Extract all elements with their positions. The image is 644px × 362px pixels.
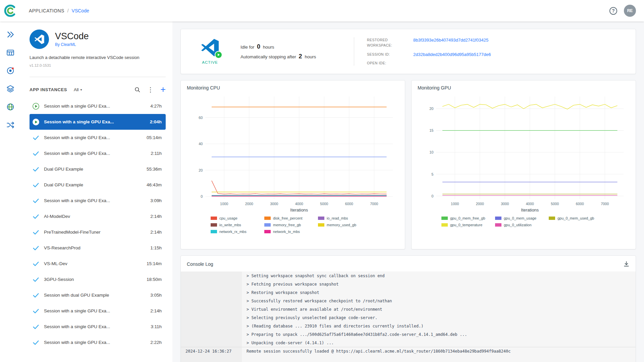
- instance-row[interactable]: Dual GPU Example 55:36m: [30, 161, 166, 177]
- instance-duration: 4:27h: [150, 104, 162, 109]
- console-row: > Successfully restored workspace checkp…: [181, 297, 636, 305]
- svg-text:5000: 5000: [551, 202, 559, 206]
- instance-name: Dual GPU Example: [44, 167, 142, 172]
- cpu-chart-plot[interactable]: 10002000300040005000600070000204060Itera…: [187, 91, 399, 214]
- legend-item[interactable]: io_read_mbs: [318, 215, 372, 222]
- legend-item[interactable]: gpu_0_mem_usage: [495, 215, 549, 222]
- legend-item[interactable]: gpu_0_temperature: [441, 222, 495, 228]
- gpu-chart-plot[interactable]: 100020003000400050006000700005101520Iter…: [418, 91, 630, 214]
- instance-row[interactable]: 3GPU-Session 18:50m: [30, 272, 166, 287]
- console-row: > Restoring workspace snapshot: [181, 288, 636, 297]
- svg-text:40: 40: [199, 142, 203, 146]
- more-options-icon[interactable]: ⋮: [147, 86, 154, 93]
- add-instance-button[interactable]: +: [160, 85, 166, 94]
- help-icon[interactable]: ?: [609, 7, 617, 15]
- instance-duration: 2:22h: [150, 340, 162, 345]
- instance-row[interactable]: Session with a single GPU Exa... 2:11h: [30, 145, 166, 161]
- nav-datasets-icon[interactable]: [0, 80, 21, 98]
- legend-item[interactable]: gpu_0_mem_free_gb: [441, 215, 495, 222]
- console-text: Remote session successfully loaded @ htt…: [242, 347, 636, 355]
- instance-row[interactable]: Session with a single GPU Exa... 05:14m: [30, 130, 166, 145]
- legend-item[interactable]: network_tx_mbs: [264, 228, 318, 235]
- legend-item[interactable]: gpu_0_utilization: [495, 222, 549, 228]
- svg-text:15: 15: [429, 128, 433, 132]
- legend-item[interactable]: cpu_usage: [211, 215, 264, 222]
- nav-resources-icon[interactable]: [0, 98, 21, 116]
- console-time: [181, 297, 242, 305]
- console-text: > Successfully restored workspace checkp…: [242, 297, 636, 305]
- console-lines[interactable]: > Setting workspace snapshot sync callba…: [181, 272, 636, 362]
- instance-completed-icon: [32, 244, 40, 252]
- console-text: > (Reading database ... 23910 files and …: [242, 322, 636, 330]
- legend-item[interactable]: memory_used_gb: [318, 222, 372, 228]
- legend-item[interactable]: memory_free_gb: [264, 222, 318, 228]
- breadcrumb-applications[interactable]: APPLICATIONS: [29, 8, 64, 13]
- legend-item[interactable]: disk_free_percent: [264, 215, 318, 222]
- console-text: > Fetching previous workspace snapshot: [242, 280, 636, 288]
- instance-row[interactable]: AI-ModelDev 2:14h: [30, 208, 166, 224]
- instance-completed-icon: [32, 292, 40, 299]
- legend-label: network_tx_mbs: [273, 230, 300, 234]
- search-icon[interactable]: [134, 86, 141, 93]
- nav-workers-icon[interactable]: [0, 62, 21, 80]
- instance-running-icon: [32, 103, 40, 110]
- avatar[interactable]: RE: [624, 5, 636, 17]
- svg-text:5000: 5000: [320, 202, 328, 206]
- chart-legend: gpu_0_mem_free_gbgpu_0_mem_usagegpu_0_me…: [441, 215, 606, 228]
- field-value-link[interactable]: 8b3f3393e26b407493d7dd2741f03425: [413, 37, 488, 43]
- instance-name: VS-ResearchProd: [44, 245, 146, 250]
- console-row: > Selecting previously unselected packag…: [181, 313, 636, 322]
- svg-text:3000: 3000: [501, 202, 509, 206]
- instance-name: Session with a single GPU Exa...: [44, 198, 146, 203]
- instance-duration: 1:15h: [150, 245, 162, 250]
- instance-row[interactable]: PreTrainedModel-FineTuner 2:14h: [30, 224, 166, 240]
- instance-duration: 18:50m: [147, 277, 162, 282]
- instance-row[interactable]: Session with a single GPU Exa... 3:09h: [30, 193, 166, 208]
- svg-text:7000: 7000: [370, 202, 378, 206]
- vscode-app-logo-icon: [30, 29, 49, 49]
- chart-legend: cpu_usagedisk_free_percentio_read_mbsio_…: [211, 215, 375, 235]
- instances-actions: ⋮ +: [134, 85, 166, 94]
- instance-row[interactable]: Session with a single GPU Exa... 4:27h: [30, 98, 166, 114]
- svg-text:Iterations: Iterations: [521, 207, 539, 213]
- instance-duration: 2:11h: [151, 151, 162, 156]
- field-label: RESTORED WORKSPACE:: [367, 37, 407, 48]
- app-description: Launch a detachable remote interactive V…: [30, 55, 166, 60]
- instance-row[interactable]: VS-ML-Dev 15:14m: [30, 256, 166, 272]
- instance-row[interactable]: Session with a single GPU Exa... 3:11h: [30, 319, 166, 335]
- legend-item[interactable]: io_write_mbs: [211, 222, 264, 228]
- instance-row[interactable]: Session with a single GPU Exa... 2:14h: [30, 303, 166, 319]
- console-row: > Preparing to unpack .../500d625af75a6f…: [181, 330, 636, 339]
- instance-row[interactable]: Session with a single GPU Exa... 2:22h: [30, 335, 166, 350]
- instance-name: 3GPU-Session: [44, 277, 142, 282]
- idle-suffix: hours: [263, 45, 274, 50]
- app-byline-link[interactable]: By ClearML: [55, 42, 89, 47]
- nav-applications-icon[interactable]: [0, 25, 21, 44]
- instance-row[interactable]: Session with a single GPU Exa... 2:04h: [30, 114, 166, 130]
- console-text: > Setting workspace snapshot sync callba…: [242, 272, 636, 280]
- svg-text:4000: 4000: [295, 202, 303, 206]
- legend-item[interactable]: gpu_0_mem_used_gb: [549, 215, 602, 222]
- topbar-actions: ? RE: [609, 5, 644, 17]
- console-row: > Unpacking code-server (4.14.1) ...: [181, 339, 636, 347]
- instance-row[interactable]: Session with dual GPU Example 3:05h: [30, 287, 166, 303]
- autostop-prefix: Automatically stopping after: [240, 54, 296, 59]
- field-value-link[interactable]: 2d32ba8ded2b400d96d95a95b5177de6: [413, 52, 491, 57]
- clearml-logo-icon[interactable]: [0, 3, 21, 18]
- nav-boards-icon[interactable]: [0, 44, 21, 62]
- breadcrumb-separator: /: [67, 8, 69, 13]
- instance-row[interactable]: Dual GPU Example 46:43m: [30, 177, 166, 193]
- instance-duration: 55:36m: [147, 167, 162, 172]
- console-time: [181, 322, 242, 330]
- console-time: [181, 330, 242, 339]
- instance-duration: 2:14h: [150, 214, 162, 219]
- instance-completed-icon: [32, 339, 40, 346]
- download-log-icon[interactable]: [623, 261, 630, 267]
- app-header: VSCode By ClearML: [30, 29, 166, 49]
- nav-pipelines-icon[interactable]: [0, 116, 21, 134]
- console-time: 2024-12-24 16:36:27: [181, 347, 242, 355]
- legend-label: gpu_0_temperature: [450, 223, 482, 227]
- instance-row[interactable]: VS-ResearchProd 1:15h: [30, 240, 166, 256]
- legend-item[interactable]: network_rx_mbs: [211, 228, 264, 235]
- instances-filter-dropdown[interactable]: All ▾: [74, 87, 82, 92]
